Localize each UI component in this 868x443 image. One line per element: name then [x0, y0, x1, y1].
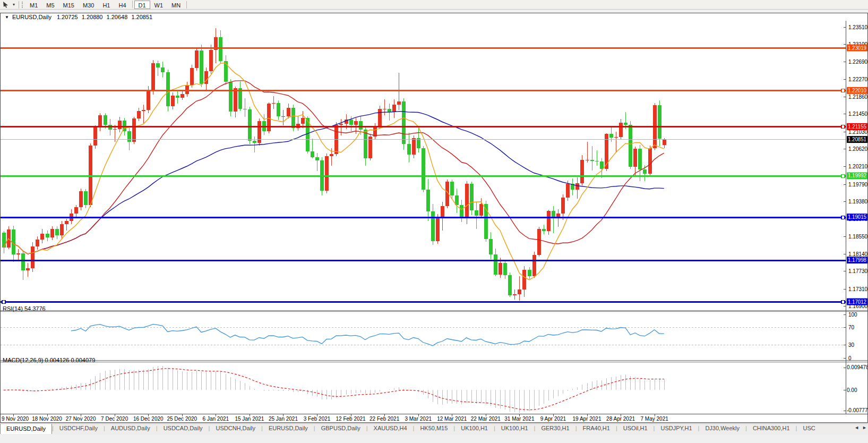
date-tick-label: 22 Feb 2021 — [369, 416, 400, 422]
chart-tab-eurusd-daily[interactable]: EURUSD,Daily — [0, 423, 52, 434]
rsi-tick-label: 70 — [848, 325, 855, 330]
ohlc-close: 1.20851 — [131, 14, 152, 20]
price-tick-label: 1.22270 — [848, 76, 867, 82]
chart-tab-usc[interactable]: USC — [797, 424, 821, 435]
date-tick-label: 25 Jan 2021 — [269, 416, 298, 422]
chart-tab-usdjpy-h1[interactable]: USDJPY,H1 — [655, 424, 698, 435]
chart-tab-eurusd-daily[interactable]: EURUSD,Daily — [263, 424, 314, 435]
pointer-tool-dropdown-icon[interactable]: ▾ — [11, 2, 17, 7]
top-toolbar: ▾ M1M5M15M30H1H4D1W1MN — [0, 0, 868, 10]
macd-indicator-label: MACD(12,26,9) 0.004126 0.004079 — [3, 357, 95, 363]
macd-tick-label: -0.00777 — [847, 407, 867, 413]
horizontal-lines-layer — [1, 48, 846, 304]
ma-mid-line — [4, 81, 664, 254]
price-badge-label: 1.23019 — [848, 45, 866, 51]
price-badge-label: 1.20851 — [848, 137, 866, 142]
price-tick-label: 1.19790 — [848, 182, 867, 188]
date-tick-label: 3 Mar 2021 — [405, 416, 432, 422]
date-tick-label: 7 Dec 2020 — [101, 416, 128, 422]
macd-tick-label: 0.009478 — [847, 364, 867, 370]
chart-tab-hk50-m15[interactable]: HK50,M15 — [414, 424, 453, 435]
date-tick-label: 27 Nov 2020 — [66, 416, 96, 422]
chart-canvas[interactable]: 1.235101.231001.226901.222701.218601.214… — [1, 21, 867, 423]
candles-layer — [2, 28, 666, 301]
rsi-tick-label: 100 — [848, 312, 857, 318]
ma-fast-line — [4, 63, 664, 280]
chart-tab-usdcad-daily[interactable]: USDCAD,Daily — [158, 424, 209, 435]
chart-tab-dj30-weekly[interactable]: DJ30,Weekly — [699, 424, 745, 435]
chart-symbol-title: EURUSD,Daily — [12, 14, 51, 20]
price-tick-label: 1.20210 — [848, 164, 867, 169]
rsi-tick-label: 0 — [848, 355, 852, 361]
chart-tab-uk100-h1[interactable]: UK100,H1 — [495, 424, 534, 435]
date-tick-label: 18 Nov 2020 — [32, 416, 62, 422]
price-badge-label: 1.19015 — [848, 214, 866, 220]
tab-scroll-left-icon[interactable]: ◄ — [854, 425, 859, 430]
ohlc-high: 1.20880 — [82, 14, 103, 20]
chart-tab-china300-h1[interactable]: CHINA300,H1 — [747, 424, 796, 435]
ma-slow-line — [4, 112, 664, 254]
date-tick-label: 7 May 2021 — [641, 416, 669, 422]
line-handle[interactable] — [841, 125, 845, 129]
timeframe-button-h4[interactable]: H4 — [114, 1, 130, 9]
toolbar-separator — [19, 1, 19, 8]
chart-tab-uk100-h1[interactable]: UK100,H1 — [455, 424, 494, 435]
date-tick-label: 15 Jan 2021 — [235, 416, 264, 422]
line-handle[interactable] — [2, 301, 5, 304]
date-tick-label: 3 Feb 2021 — [304, 416, 331, 422]
chart-tab-gbpusd-daily[interactable]: GBPUSD,Daily — [315, 424, 366, 435]
rsi-tick-label: 30 — [848, 342, 855, 348]
tab-scroll-right-icon[interactable]: ► — [862, 425, 867, 430]
rsi-indicator-label: RSI(14) 54.3776 — [3, 305, 46, 312]
chart-tab-fra40-h1[interactable]: FRA40,H1 — [577, 424, 616, 435]
collapse-chart-icon[interactable]: ▼ — [5, 15, 9, 20]
macd-signal-line — [4, 369, 664, 410]
chart-tab-xauusd-h4[interactable]: XAUUSD,H4 — [368, 424, 413, 435]
line-handle[interactable] — [841, 89, 845, 92]
date-tick-label: 25 Dec 2020 — [167, 416, 197, 422]
timeframe-button-m5[interactable]: M5 — [42, 1, 58, 9]
date-tick-label: 28 Apr 2021 — [606, 416, 635, 422]
timeframe-button-w1[interactable]: W1 — [150, 1, 168, 9]
date-tick-label: 6 Jan 2021 — [203, 416, 229, 422]
macd-panel: 0.0094780.00-0.00777 — [4, 364, 867, 413]
timeframe-button-m30[interactable]: M30 — [79, 1, 98, 9]
timeframe-button-d1[interactable]: D1 — [134, 1, 150, 9]
chart-ohlc-values: 1.20725 1.20880 1.20648 1.20851 — [57, 14, 154, 20]
line-handle[interactable] — [841, 175, 845, 178]
chart-tab-audusd-daily[interactable]: AUDUSD,Daily — [105, 424, 156, 435]
chart-tab-usoil-h1[interactable]: USOil,H1 — [617, 424, 654, 435]
date-tick-label: 12 Feb 2021 — [336, 416, 366, 422]
price-tick-label: 1.20620 — [848, 146, 867, 152]
line-handle[interactable] — [841, 301, 845, 304]
date-tick-label: 19 Apr 2021 — [573, 416, 601, 422]
price-badge-label: 1.17012 — [848, 299, 866, 305]
date-tick-label: 9 Apr 2021 — [540, 416, 566, 422]
timeframe-button-mn[interactable]: MN — [167, 1, 185, 9]
pointer-tool-icon[interactable] — [0, 1, 11, 9]
price-tick-label: 1.21450 — [848, 111, 867, 117]
toolbar-separator — [132, 1, 133, 8]
rsi-panel: 10070300 — [1, 312, 857, 361]
timeframe-button-m1[interactable]: M1 — [25, 1, 42, 9]
date-tick-label: 22 Mar 2021 — [471, 416, 501, 422]
ohlc-low: 1.20648 — [107, 14, 128, 20]
price-tick-label: 1.18140 — [848, 251, 867, 257]
chart-tab-ger30-h1[interactable]: GER30,H1 — [535, 424, 575, 435]
price-badge-label: 1.17998 — [848, 257, 866, 263]
ohlc-open: 1.20725 — [57, 14, 78, 20]
macd-tick-label: 0.00 — [847, 387, 857, 393]
line-handle[interactable] — [841, 216, 845, 219]
chart-window: ▼ EURUSD,Daily 1.20725 1.20880 1.20648 1… — [0, 13, 868, 423]
price-tick-label: 1.17310 — [848, 286, 867, 292]
toolbar-grip[interactable] — [22, 2, 23, 8]
price-tick-label: 1.17730 — [848, 268, 867, 274]
timeframe-button-m15[interactable]: M15 — [59, 1, 79, 9]
tab-scroll-buttons: ◄ ► — [851, 425, 867, 430]
price-badge-label: 1.22010 — [848, 88, 866, 93]
timeframe-button-h1[interactable]: H1 — [98, 1, 114, 9]
price-tick-label: 1.19380 — [848, 199, 867, 205]
price-tick-label: 1.21860 — [848, 94, 867, 100]
chart-tab-usdchf-daily[interactable]: USDCHF,Daily — [54, 424, 104, 435]
chart-tab-usdcnh-daily[interactable]: USDCNH,Daily — [210, 424, 261, 435]
